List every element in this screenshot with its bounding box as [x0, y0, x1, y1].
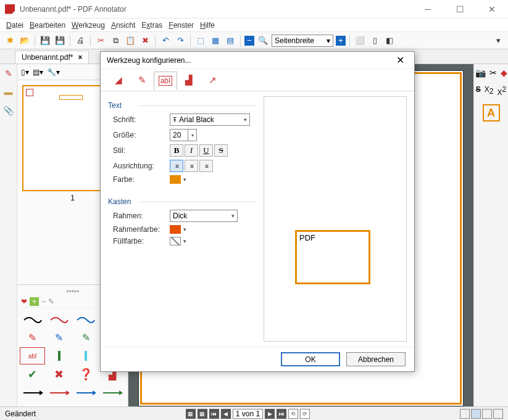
zoom-in-icon[interactable]: +	[336, 36, 346, 46]
text-color-picker[interactable]: ▾	[170, 175, 186, 184]
arrow-blue[interactable]	[73, 384, 99, 401]
help-icon[interactable]: ❓	[73, 366, 99, 383]
paste-icon[interactable]: 📋	[124, 35, 136, 47]
align-left-button[interactable]: ≡	[170, 160, 183, 172]
bold-button[interactable]: B	[170, 144, 183, 157]
align-right-button[interactable]: ≡	[199, 160, 213, 172]
maximize-button[interactable]: ☐	[449, 4, 471, 14]
menu-bearbeiten[interactable]: Bearbeiten	[30, 21, 65, 30]
strike-icon[interactable]: S	[476, 85, 481, 97]
page-field[interactable]: 1 von 1	[233, 409, 263, 419]
zoom-select[interactable]: Seitenbreite▾	[272, 35, 333, 47]
italic-button[interactable]: I	[185, 144, 198, 157]
size-input[interactable]: 20▾	[170, 129, 197, 141]
cancel-button[interactable]: Abbrechen	[346, 352, 406, 366]
copy-icon[interactable]: ⧉	[109, 35, 122, 47]
prev-page-icon[interactable]: ◀	[221, 409, 231, 419]
minus-tool-icon[interactable]: −	[41, 297, 46, 306]
menu-datei[interactable]: Datei	[6, 21, 23, 30]
dialog-close-icon[interactable]: ✕	[393, 54, 408, 66]
next-page-icon[interactable]: ▶	[265, 409, 275, 419]
fav-icon[interactable]: ❤	[21, 297, 27, 306]
page-tool2[interactable]: ▦	[198, 409, 207, 419]
pen-black[interactable]	[20, 310, 45, 327]
font-select[interactable]: Ŧ Arial Black ▾	[170, 113, 250, 126]
border-select[interactable]: Dick▾	[170, 210, 238, 222]
tab-pen[interactable]: ✎	[130, 71, 154, 89]
forward-icon[interactable]: ⟳	[300, 409, 310, 419]
menu-extras[interactable]: Extras	[141, 21, 162, 30]
open-icon[interactable]: 📂	[19, 35, 31, 47]
menu-fenster[interactable]: Fenster	[169, 21, 194, 30]
save-as-icon[interactable]: 💾	[54, 35, 66, 47]
document-tab[interactable]: Unbenannt.pdf* ×	[15, 51, 89, 64]
annotation-a-icon[interactable]: A	[483, 104, 500, 121]
tab-text[interactable]: abI	[154, 72, 177, 90]
mark-cyan[interactable]	[73, 347, 99, 364]
tool2-icon[interactable]: ▦	[209, 35, 222, 47]
tab-eraser[interactable]: ◢	[107, 71, 130, 89]
view1[interactable]	[460, 409, 470, 419]
mark-green[interactable]	[46, 347, 72, 364]
tab-stamp[interactable]: ▟	[177, 71, 201, 89]
cut-icon[interactable]: ✂	[94, 35, 107, 47]
camera-icon[interactable]: 📷	[475, 68, 486, 78]
lp-tool3[interactable]: 🔧▾	[47, 68, 60, 76]
pencil-blue[interactable]: ✎	[46, 329, 72, 346]
tab-arrow[interactable]: ↗	[201, 71, 224, 89]
zoom-out-icon[interactable]: −	[244, 36, 254, 46]
crop-icon[interactable]: ✂	[489, 68, 497, 78]
underline-button[interactable]: U	[199, 144, 213, 157]
zoom-icon[interactable]: 🔍	[257, 35, 269, 47]
pen-red[interactable]	[46, 310, 72, 327]
pencil-red[interactable]: ✎	[20, 329, 45, 346]
view3[interactable]	[482, 409, 492, 419]
border-color-picker[interactable]: ▾	[170, 225, 186, 234]
text-abI[interactable]: abI	[20, 347, 45, 364]
cross-red[interactable]: ✖	[46, 366, 72, 383]
view4[interactable]	[493, 409, 503, 419]
tool3-icon[interactable]: ▤	[224, 35, 236, 47]
fill-color-picker[interactable]: ▾	[170, 237, 186, 245]
lp-tool1[interactable]: ▯▾	[21, 68, 29, 76]
subscript-icon[interactable]: X2	[485, 85, 494, 97]
align-center-button[interactable]: ≡	[185, 160, 198, 172]
pen-tool-icon[interactable]: ✎	[3, 68, 14, 79]
new-icon[interactable]: ✱	[4, 35, 16, 47]
add-tool-icon[interactable]: +	[30, 297, 39, 306]
delete-icon[interactable]: ✖	[139, 35, 151, 47]
first-page-icon[interactable]: ⏮	[209, 409, 219, 419]
back-icon[interactable]: ⟲	[288, 409, 298, 419]
edit-tool-icon[interactable]: ✎	[48, 297, 54, 306]
arrow-red[interactable]	[46, 384, 72, 401]
print-icon[interactable]: 🖨	[74, 35, 86, 47]
close-button[interactable]: ✕	[481, 4, 503, 14]
ok-button[interactable]: OK	[281, 352, 340, 366]
page-tool1[interactable]: ▦	[186, 409, 196, 419]
menu-hilfe[interactable]: Hilfe	[200, 21, 215, 30]
pen-blue[interactable]	[73, 310, 99, 327]
menu-werkzeug[interactable]: Werkzeug	[72, 21, 105, 30]
layout-icon[interactable]: ◧	[383, 35, 396, 47]
superscript-icon[interactable]: X2	[498, 85, 507, 97]
arrow-black[interactable]	[20, 384, 45, 401]
menu-ansicht[interactable]: Ansicht	[111, 21, 135, 30]
pencil-green[interactable]: ✎	[73, 329, 99, 346]
attach-tool-icon[interactable]: 📎	[3, 105, 14, 116]
fit-icon[interactable]: ⬜	[354, 35, 366, 47]
redo-icon[interactable]: ↷	[174, 35, 186, 47]
highlight-tool-icon[interactable]: ▬	[3, 86, 14, 97]
tool1-icon[interactable]: ⬚	[194, 35, 207, 47]
close-tab-icon[interactable]: ×	[78, 53, 82, 62]
save-icon[interactable]: 💾	[39, 35, 51, 47]
more-icon[interactable]: ◆	[501, 68, 507, 78]
last-page-icon[interactable]: ⏭	[277, 409, 286, 419]
check-green[interactable]: ✔	[20, 366, 45, 383]
lp-tool2[interactable]: ▤▾	[33, 68, 43, 76]
dropdown-icon[interactable]: ▾	[492, 35, 504, 47]
arrow-green[interactable]	[100, 384, 125, 401]
strike-button[interactable]: S	[214, 144, 228, 157]
undo-icon[interactable]: ↶	[159, 35, 172, 47]
minimize-button[interactable]: ─	[417, 4, 439, 14]
view2[interactable]	[471, 409, 481, 419]
